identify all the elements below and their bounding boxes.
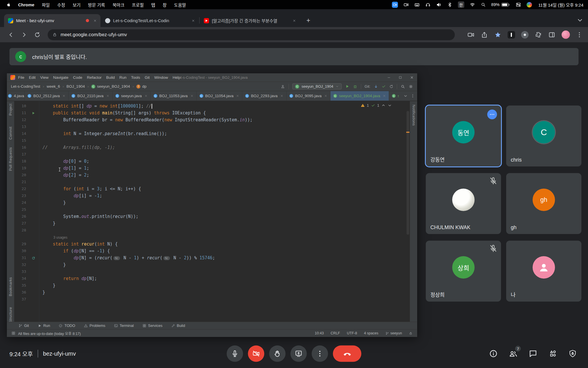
git-commit-icon[interactable] [382, 84, 386, 89]
tile-more-options-button[interactable] [487, 110, 497, 119]
profile-avatar[interactable] [562, 30, 570, 39]
wifi-icon[interactable] [470, 2, 475, 7]
reload-button[interactable] [32, 29, 43, 41]
menubar-item[interactable]: 프로필 [132, 2, 144, 8]
toolwindow-button-bookmarks[interactable]: Bookmarks [9, 277, 13, 296]
menubar-item[interactable]: 북마크 [113, 2, 124, 8]
headset-icon[interactable] [425, 2, 431, 7]
omnibox[interactable]: meet.google.com/bez-ufyi-umv [48, 29, 455, 40]
editor-tab[interactable]: Cseeyun.java [113, 91, 151, 101]
settings-gear-icon[interactable] [409, 84, 413, 89]
tab-close-icon[interactable] [291, 18, 297, 24]
share-icon[interactable] [481, 31, 488, 39]
ide-menu-item[interactable]: Tools [131, 75, 140, 80]
chat-button[interactable] [529, 349, 537, 358]
volume-icon[interactable] [436, 2, 442, 7]
caret-position[interactable]: 10:43 [315, 331, 324, 335]
browser-tab[interactable]: Meet - bez-ufyi-umv [4, 14, 100, 27]
editor-tab[interactable]: CBOJ_11053.java [151, 91, 197, 101]
extension-icon[interactable] [508, 31, 515, 39]
chevron-up-icon[interactable] [381, 103, 386, 108]
camera-icon[interactable] [403, 2, 409, 7]
ide-menu-item[interactable]: Run [119, 75, 127, 80]
git-update-icon[interactable] [374, 84, 378, 89]
chevron-down-icon[interactable] [403, 94, 408, 98]
tab-close-icon[interactable] [383, 94, 386, 97]
file-encoding[interactable]: UTF-8 [347, 331, 357, 335]
menubar-item[interactable]: 수정 [57, 2, 65, 8]
ide-menu-item[interactable]: Window [154, 75, 168, 80]
toolwindow-button-commit[interactable]: Commit [9, 126, 13, 139]
toolwindow-button-build[interactable]: Build [171, 323, 185, 328]
tab-close-icon[interactable] [62, 94, 65, 97]
more-v-button[interactable] [312, 346, 328, 362]
ide-menu-item[interactable]: Refactor [87, 75, 102, 80]
new-tab-button[interactable]: + [304, 16, 313, 25]
keyboard-icon[interactable] [414, 2, 420, 7]
menubar-item[interactable]: 방문 기록 [88, 2, 105, 8]
tab-close-icon[interactable] [144, 94, 148, 97]
recursive-call-gutter-icon[interactable] [28, 254, 39, 261]
toolwindow-button-services[interactable]: Services [142, 323, 163, 328]
editor-tab[interactable]: Cseeyun_BOJ_2565.java [389, 91, 399, 101]
toolwindow-button-terminal[interactable]: Terminal [114, 323, 134, 328]
toolwindow-button-todo[interactable]: TODO [59, 323, 75, 328]
run-configuration-select[interactable]: Cseeyun_BOJ_1904 [292, 83, 342, 89]
run-button-icon[interactable] [345, 84, 349, 89]
extension-icon[interactable] [521, 31, 529, 39]
breadcrumb-item[interactable]: week_6 [47, 84, 60, 89]
korean-input-badge[interactable]: 한 [458, 1, 464, 8]
git-history-icon[interactable] [389, 85, 393, 89]
close-icon[interactable] [410, 76, 414, 79]
menubar-item[interactable]: 파일 [42, 2, 50, 8]
code-with-me-icon[interactable] [281, 84, 285, 89]
url-text[interactable]: meet.google.com/bez-ufyi-umv [61, 32, 127, 37]
menubar-clock[interactable]: 11월 14일 (월) 오후 9:24 [538, 2, 583, 8]
side-panel-icon[interactable] [548, 31, 556, 39]
editor-tab[interactable]: CBOJ_11054.java [197, 91, 243, 101]
tab-close-icon[interactable] [236, 94, 239, 97]
indent-setting[interactable]: 4 spaces [364, 331, 378, 335]
menubar-item[interactable]: 창 [163, 2, 167, 8]
back-button[interactable] [5, 29, 17, 41]
cam-off-button[interactable] [248, 346, 264, 362]
tab-close-icon[interactable] [106, 94, 109, 97]
menubar-app-name[interactable]: Chrome [18, 2, 34, 7]
apple-menu-icon[interactable] [6, 2, 11, 7]
people-button[interactable]: 7 [509, 349, 518, 358]
code-editor[interactable]: 10 static int[] dp = new int[1000001]; /… [14, 101, 410, 322]
participant-tile[interactable]: CHULMIN KWAK [426, 173, 501, 234]
editor-tab[interactable]: CBOJ_9095.java [287, 91, 330, 101]
ide-menu-item[interactable]: View [40, 75, 49, 80]
toolwindow-button-structure[interactable]: Structure [9, 307, 13, 323]
minimize-icon[interactable] [387, 76, 391, 79]
ide-menu-item[interactable]: Edit [29, 75, 36, 80]
menubar-item[interactable]: 탭 [151, 2, 155, 8]
editor-tab[interactable]: C4.java [7, 91, 25, 101]
participant-tile[interactable]: Cchris [506, 106, 581, 166]
menubar-item[interactable]: 도움말 [174, 2, 186, 8]
tab-close-icon[interactable] [324, 94, 327, 97]
call-end-button[interactable] [333, 346, 361, 362]
camera-icon[interactable] [467, 31, 475, 39]
ide-menu-item[interactable]: Code [73, 75, 82, 80]
host-shield-button[interactable] [568, 349, 577, 358]
line-ending[interactable]: CRLF [331, 331, 340, 335]
participant-tile[interactable]: 상희정상희 [426, 241, 501, 302]
usages-hint[interactable]: 3 usages [42, 235, 67, 239]
activities-button[interactable] [548, 349, 557, 358]
control-center-icon[interactable] [516, 2, 521, 7]
browser-menu-icon[interactable] [576, 31, 583, 38]
ide-menu-item[interactable]: Git [145, 75, 150, 80]
hand-button[interactable] [269, 346, 286, 362]
run-gutter-icon[interactable] [28, 110, 39, 116]
toolwindow-button-problems[interactable]: Problems [84, 323, 105, 328]
readonly-lock-icon[interactable] [409, 331, 413, 335]
layout-icon[interactable] [11, 331, 16, 335]
bluetooth-icon[interactable] [447, 2, 452, 7]
debug-button-icon[interactable] [353, 84, 357, 89]
ide-menu-item[interactable]: File [18, 75, 24, 80]
browser-tab[interactable]: Let-s-CodingTest/Let-s-Codin [101, 14, 199, 27]
toolwindow-button-run[interactable]: Run [38, 323, 50, 328]
editor-tab[interactable]: CBOJ_2110.java [69, 91, 112, 101]
